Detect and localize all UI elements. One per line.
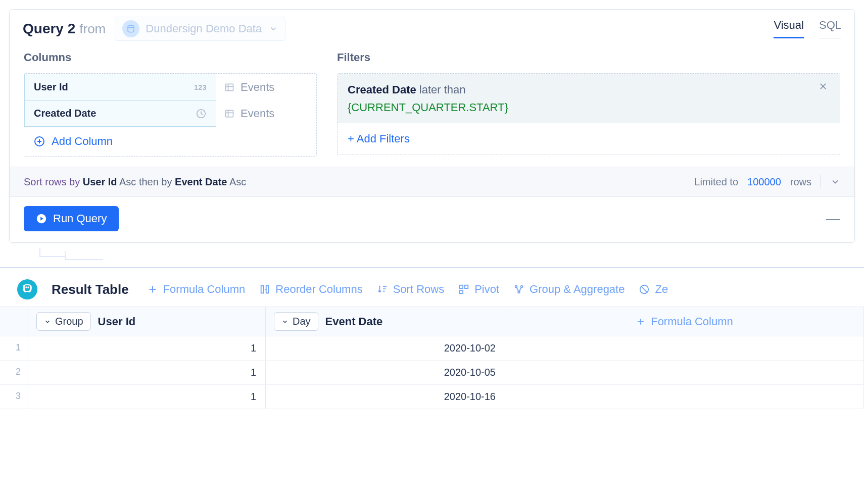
toolbar-label: Pivot [474, 283, 499, 296]
add-column-button[interactable]: Add Column [24, 127, 216, 156]
svg-rect-19 [261, 286, 264, 293]
add-formula-column-button[interactable]: Formula Column [636, 315, 733, 328]
svg-point-0 [128, 25, 134, 28]
column-cell: Created Date [24, 100, 216, 127]
toolbar-label: Ze [655, 283, 668, 296]
toolbar-label: Reorder Columns [275, 283, 362, 296]
cell-user-id: 1 [28, 385, 266, 409]
tab-sql[interactable]: SQL [819, 19, 841, 38]
column-header-formula: Formula Column [505, 307, 864, 336]
cell-empty [505, 361, 864, 384]
table-row[interactable]: 2 1 2020-10-05 [0, 361, 864, 385]
svg-rect-26 [460, 290, 463, 293]
add-column-label: Add Column [52, 135, 113, 148]
sort-limit-bar[interactable]: Sort rows by User Id Asc then by Event D… [10, 167, 854, 196]
result-title: Result Table [52, 282, 129, 297]
column-header-event-date: Day Event Date [266, 307, 505, 336]
limit-suffix: rows [790, 176, 811, 188]
data-source-selector[interactable]: Dundersign Demo Data [115, 17, 285, 41]
play-icon [36, 213, 47, 224]
divider [821, 175, 821, 188]
run-query-button[interactable]: Run Query [24, 206, 119, 231]
filter-text: Created Date later than {CURRENT_QUARTER… [348, 81, 508, 116]
pivot-button[interactable]: Pivot [458, 283, 499, 296]
run-bar: Run Query — [10, 196, 854, 242]
tab-visual[interactable]: Visual [774, 19, 804, 38]
query-mode-tabs: Visual SQL [774, 17, 841, 38]
column-source-name: Events [241, 107, 274, 120]
from-label: from [79, 21, 106, 37]
query-builder-card: Query 2 from Dundersign Demo Data Visual… [9, 9, 855, 243]
table-icon [224, 109, 234, 119]
add-filter-button[interactable]: + Add Filters [338, 123, 840, 155]
table-row[interactable]: 3 1 2020-10-16 [0, 385, 864, 409]
query-body: Columns User Id 123 Events [10, 45, 854, 167]
postgres-icon [17, 279, 37, 299]
svg-rect-20 [266, 286, 269, 293]
svg-point-28 [521, 286, 523, 288]
remove-filter-button[interactable] [817, 81, 830, 92]
toolbar-label: Formula Column [163, 283, 246, 296]
result-area: Result Table Formula Column Reorder Colu… [0, 267, 864, 409]
filter-item[interactable]: Created Date later than {CURRENT_QUARTER… [338, 74, 840, 123]
cell-event-date: 2020-10-05 [266, 361, 505, 384]
row-number: 3 [0, 385, 28, 409]
row-number-header [0, 307, 28, 336]
query-header: Query 2 from Dundersign Demo Data Visual… [10, 10, 854, 45]
plus-circle-icon [33, 135, 45, 147]
sort-description: Sort rows by User Id Asc then by Event D… [24, 176, 246, 188]
column-cell: User Id 123 [24, 74, 216, 100]
column-header-user-id: Group User Id [28, 307, 266, 336]
filter-field: Created Date [348, 83, 416, 96]
toolbar-label: Sort Rows [393, 283, 444, 296]
column-source: Events [216, 81, 316, 94]
background-chart-preview [9, 247, 855, 261]
svg-rect-1 [226, 84, 233, 90]
filter-value: {CURRENT_QUARTER.START} [348, 98, 508, 116]
filters-section: Filters Created Date later than {CURRENT… [337, 51, 840, 157]
database-icon [122, 20, 139, 37]
column-name: User Id [34, 81, 68, 93]
svg-rect-24 [460, 285, 463, 288]
result-grid-header: Group User Id Day Event Date Formula Col… [0, 307, 864, 336]
svg-point-29 [518, 291, 520, 293]
reorder-columns-button[interactable]: Reorder Columns [259, 283, 362, 296]
run-query-label: Run Query [53, 212, 107, 225]
limit-value[interactable]: 100000 [747, 176, 781, 188]
result-header: Result Table Formula Column Reorder Colu… [0, 268, 864, 307]
sort-rows-button[interactable]: Sort Rows [377, 283, 444, 296]
cell-event-date: 2020-10-02 [266, 336, 505, 360]
minimize-button[interactable]: — [826, 212, 840, 226]
columns-box: User Id 123 Events Created Date [24, 73, 317, 157]
day-selector[interactable]: Day [274, 312, 318, 331]
limit-prefix: Limited to [694, 176, 738, 188]
cell-user-id: 1 [28, 361, 266, 384]
sort-field-2: Event Date [175, 176, 227, 187]
formula-column-button[interactable]: Formula Column [147, 283, 246, 296]
column-header-label: User Id [98, 315, 136, 328]
query-title[interactable]: Query 2 [23, 21, 75, 37]
group-aggregate-button[interactable]: Group & Aggregate [513, 283, 625, 296]
svg-point-16 [28, 287, 29, 288]
pill-label: Group [55, 316, 83, 327]
svg-point-27 [515, 286, 517, 288]
column-source-name: Events [241, 81, 274, 94]
sort-lead: Sort rows by [24, 176, 80, 187]
svg-line-31 [641, 286, 648, 293]
ze-button[interactable]: Ze [639, 283, 668, 296]
expand-sort-button[interactable] [830, 177, 840, 187]
toolbar-label: Group & Aggregate [530, 283, 625, 296]
column-item[interactable]: Created Date Events [24, 100, 316, 127]
filters-label: Filters [337, 51, 840, 64]
group-selector[interactable]: Group [36, 312, 91, 331]
svg-rect-5 [226, 110, 233, 117]
cell-empty [505, 336, 864, 360]
sort-field-1: User Id [83, 176, 117, 187]
table-icon [224, 82, 234, 92]
table-row[interactable]: 1 1 2020-10-02 [0, 336, 864, 361]
sort-dir-1: Asc [119, 176, 136, 187]
chevron-down-icon [269, 24, 278, 33]
column-item[interactable]: User Id 123 Events [24, 74, 316, 100]
data-source-name: Dundersign Demo Data [146, 22, 262, 35]
limit-area: Limited to 100000 rows [694, 175, 840, 188]
